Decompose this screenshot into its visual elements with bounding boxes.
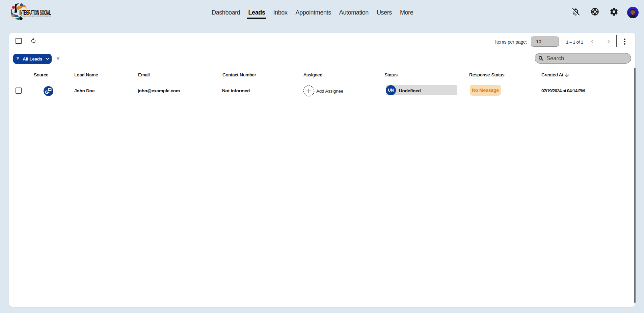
svg-text:INTEGRATION SOCIAL: INTEGRATION SOCIAL [20,9,51,16]
svg-text:LEAD COMMUNICATION - CUSTOMER: LEAD COMMUNICATION - CUSTOMER GENERATION [23,16,51,17]
